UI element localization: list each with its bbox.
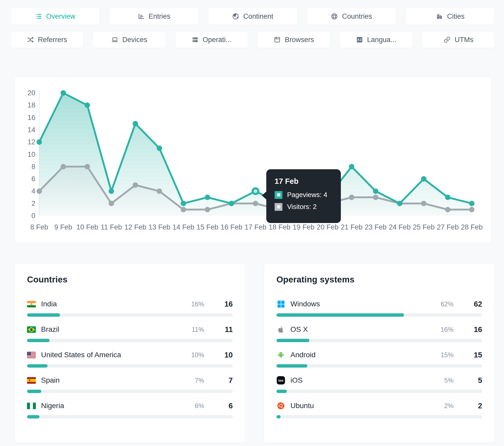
- tab-label: Continent: [243, 12, 273, 21]
- tab-referrers[interactable]: Referrers: [10, 31, 83, 48]
- tab-countries[interactable]: Countries: [307, 8, 396, 25]
- tooltip-row-label: Visitors: 2: [287, 203, 317, 211]
- list-item-count: 7: [216, 376, 233, 385]
- tab-utms[interactable]: UTMs: [422, 31, 495, 48]
- tab-label: Overview: [46, 12, 75, 21]
- pageviews-data-point[interactable]: [445, 195, 450, 200]
- x-tick-label: 27 Feb: [437, 223, 459, 231]
- list-item-nigeria[interactable]: Nigeria6%6: [27, 400, 233, 418]
- list-item-android[interactable]: Android15%15: [276, 349, 482, 368]
- list-item-name: Android: [290, 351, 316, 359]
- visitors-data-point[interactable]: [61, 164, 66, 169]
- pageviews-data-point[interactable]: [205, 195, 210, 200]
- traffic-chart[interactable]: 024681012141618208 Feb9 Feb10 Feb11 Feb1…: [15, 77, 491, 236]
- tab-entries[interactable]: Entries: [109, 8, 198, 25]
- highlighted-data-point-center: [254, 189, 257, 193]
- countries-card-title: Countries: [27, 275, 233, 285]
- legend-swatch: [275, 191, 282, 199]
- pageviews-data-point[interactable]: [229, 201, 234, 206]
- pageviews-data-point[interactable]: [349, 164, 354, 169]
- list-item-count: 2: [466, 402, 482, 410]
- tab-label: Cities: [447, 12, 465, 21]
- pageviews-data-point[interactable]: [61, 90, 66, 96]
- list-item-ubuntu[interactable]: Ubuntu2%2: [276, 400, 482, 418]
- list-item-count: 5: [466, 376, 482, 385]
- translate-icon: AZ: [356, 36, 363, 43]
- list-item-ios[interactable]: iosiOS5%5: [276, 375, 482, 393]
- visitors-data-point[interactable]: [205, 207, 210, 212]
- visitors-data-point[interactable]: [421, 201, 427, 206]
- visitors-data-point[interactable]: [109, 201, 114, 206]
- list-item-name: OS X: [290, 325, 308, 334]
- tab-continent[interactable]: Continent: [208, 8, 297, 25]
- visitors-data-point[interactable]: [37, 188, 42, 194]
- list-item-united-states-of-america[interactable]: United States of America10%10: [27, 349, 233, 368]
- progress-bar-track: [27, 313, 233, 317]
- tab-browsers[interactable]: Browsers: [257, 31, 330, 48]
- pageviews-data-point[interactable]: [181, 201, 186, 206]
- x-tick-label: 8 Feb: [30, 223, 48, 231]
- tooltip-row: Visitors: 2: [275, 203, 333, 211]
- visitors-data-point[interactable]: [349, 195, 354, 200]
- y-tick-label: 4: [31, 187, 35, 195]
- svg-text:Z: Z: [360, 38, 362, 41]
- pageviews-data-point[interactable]: [37, 139, 42, 145]
- y-tick-label: 8: [31, 163, 35, 171]
- progress-bar-fill: [276, 415, 281, 418]
- list-icon: [35, 13, 42, 20]
- pageviews-data-point[interactable]: [133, 121, 138, 126]
- tab-overview[interactable]: Overview: [10, 8, 100, 25]
- visitors-data-point[interactable]: [181, 207, 186, 212]
- list-item-windows[interactable]: Windows62%62: [276, 299, 482, 317]
- pageviews-data-point[interactable]: [85, 103, 90, 108]
- shuffle-icon: [27, 36, 34, 43]
- list-item-name: United States of America: [41, 351, 121, 359]
- list-item-india[interactable]: India16%16: [27, 299, 233, 317]
- visitors-data-point[interactable]: [157, 188, 162, 194]
- list-item-brazil[interactable]: Brazil11%11: [27, 324, 233, 342]
- pageviews-data-point[interactable]: [421, 176, 427, 182]
- x-tick-label: 9 Feb: [54, 223, 72, 231]
- pageviews-data-point[interactable]: [157, 145, 162, 151]
- visitors-data-point[interactable]: [133, 182, 138, 188]
- x-tick-label: 25 Feb: [413, 223, 435, 231]
- list-item-name: Ubuntu: [290, 402, 314, 410]
- y-tick-label: 12: [28, 138, 35, 146]
- countries-list: India16%16Brazil11%11United States of Am…: [27, 299, 233, 418]
- progress-bar-fill: [27, 390, 41, 393]
- visitors-data-point[interactable]: [373, 195, 379, 200]
- pageviews-data-point[interactable]: [373, 188, 379, 194]
- progress-bar-fill: [27, 364, 48, 368]
- tab-cities[interactable]: Cities: [406, 8, 495, 25]
- list-item-name: iOS: [290, 376, 303, 384]
- progress-bar-track: [276, 364, 482, 368]
- progress-bar-fill: [276, 390, 287, 393]
- tooltip-arrow: [262, 191, 267, 200]
- list-item-os-x[interactable]: OS X16%16: [276, 324, 482, 342]
- list-item-name: India: [41, 300, 57, 308]
- list-item-count: 15: [466, 351, 482, 359]
- pageviews-data-point[interactable]: [109, 188, 114, 194]
- android-logo: [276, 351, 285, 359]
- tab-langua[interactable]: AZLangua...: [340, 31, 413, 48]
- india-flag: [27, 300, 36, 308]
- pageviews-data-point[interactable]: [397, 201, 402, 206]
- list-item-header: United States of America10%10: [27, 349, 233, 360]
- x-tick-label: 12 Feb: [124, 223, 146, 231]
- x-tick-label: 23 Feb: [365, 223, 387, 231]
- list-item-name: Windows: [290, 300, 320, 308]
- list-item-spain[interactable]: Spain7%7: [27, 375, 233, 393]
- visitors-data-point[interactable]: [253, 201, 258, 206]
- globe-icon: [331, 13, 338, 20]
- pageviews-data-point[interactable]: [469, 201, 475, 206]
- list-item-percent: 16%: [441, 326, 454, 333]
- tab-operati[interactable]: Operati...: [175, 31, 248, 48]
- visitors-data-point[interactable]: [445, 207, 450, 212]
- visitors-data-point[interactable]: [85, 164, 90, 169]
- x-tick-label: 18 Feb: [269, 223, 290, 231]
- visitors-data-point[interactable]: [469, 207, 475, 212]
- tab-devices[interactable]: Devices: [93, 31, 166, 48]
- list-item-percent: 15%: [441, 351, 454, 359]
- progress-bar-track: [27, 364, 233, 368]
- list-item-header: Windows62%62: [276, 299, 482, 309]
